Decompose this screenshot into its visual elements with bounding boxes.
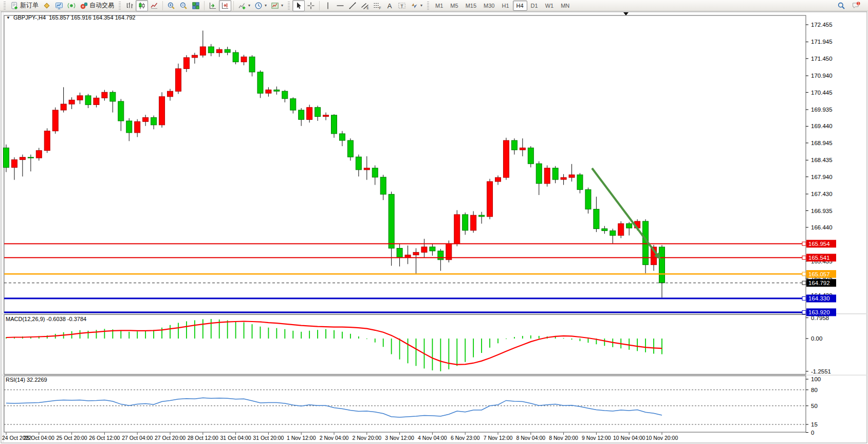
- timeframe-d1[interactable]: D1: [527, 1, 542, 11]
- autotrading-button-label: 自动交易: [89, 1, 114, 10]
- new-order-button[interactable]: 新订单: [8, 0, 41, 11]
- text-icon: A: [385, 2, 394, 10]
- signals-icon: [67, 2, 76, 10]
- profile-icon: [43, 2, 51, 10]
- timeframe-w1[interactable]: W1: [542, 1, 558, 11]
- vertical-line-button[interactable]: [322, 0, 334, 11]
- crosshair-button[interactable]: [305, 0, 317, 11]
- hline-icon: [336, 2, 344, 10]
- charts-button[interactable]: [53, 0, 65, 11]
- chart-canvas[interactable]: 172.455171.945171.450170.940170.445169.9…: [0, 11, 868, 444]
- toolbar-separator: [204, 1, 205, 10]
- bar-chart-icon: [125, 2, 134, 10]
- zoom-out-button[interactable]: [177, 0, 190, 11]
- arrows-icon: [410, 2, 418, 10]
- trendline-button[interactable]: [346, 0, 359, 11]
- svg-text:6 Nov 23:00: 6 Nov 23:00: [451, 435, 480, 441]
- svg-text:25 Oct 04:00: 25 Oct 04:00: [24, 435, 54, 441]
- cursor-icon: [294, 2, 303, 10]
- svg-text:0.00: 0.00: [811, 335, 822, 342]
- toolbar-separator: [4, 2, 6, 10]
- timeframe-mn[interactable]: MN: [557, 1, 573, 11]
- candlestick-chart-button[interactable]: [136, 0, 148, 11]
- chat-icon: 1: [852, 2, 861, 10]
- svg-text:170.940: 170.940: [811, 73, 833, 79]
- svg-text:168.435: 168.435: [811, 157, 833, 163]
- svg-text:F: F: [379, 6, 381, 10]
- text-label-button[interactable]: T: [396, 0, 408, 11]
- cursor-button[interactable]: [292, 0, 305, 11]
- svg-text:31 Oct 04:00: 31 Oct 04:00: [220, 435, 251, 441]
- svg-text:15: 15: [811, 421, 818, 428]
- svg-text:167.940: 167.940: [811, 174, 833, 180]
- chart-title: ▼ GBPJPY-,H4 165.857 165.916 164.354 164…: [6, 14, 135, 21]
- support-line-blue-1-price-badge: 164.330: [802, 295, 836, 303]
- chart-window-frame: [1, 12, 867, 443]
- svg-text:1 Nov 12:00: 1 Nov 12:00: [287, 435, 316, 441]
- svg-text:168.945: 168.945: [811, 140, 833, 146]
- svg-text:165.541: 165.541: [808, 255, 830, 261]
- line-chart-button[interactable]: [148, 0, 160, 11]
- timeframe-m5[interactable]: M5: [447, 1, 461, 11]
- chart-dropdown-icon[interactable]: ▼: [6, 15, 10, 20]
- chart-window[interactable]: ▼ GBPJPY-,H4 165.857 165.916 164.354 164…: [0, 11, 868, 444]
- text-button[interactable]: A: [383, 0, 396, 11]
- timeframe-h4[interactable]: H4: [513, 1, 527, 11]
- svg-text:2 Nov 20:00: 2 Nov 20:00: [352, 435, 381, 441]
- tile-windows-button[interactable]: [190, 0, 202, 11]
- chevron-down-icon: ▾: [248, 4, 250, 8]
- resistance-line-2-price-badge: 165.541: [802, 254, 836, 261]
- search-button[interactable]: [835, 0, 847, 11]
- svg-text:166.935: 166.935: [811, 208, 833, 214]
- arrows-button[interactable]: ▾: [408, 0, 424, 11]
- toolbar-separator: [427, 2, 429, 10]
- auto-scroll-button[interactable]: [207, 0, 219, 11]
- new-order-icon: [10, 2, 19, 10]
- auto-scroll-icon: [209, 2, 217, 10]
- chart-shift-button[interactable]: [219, 0, 231, 11]
- toolbar-right: 1: [835, 0, 867, 11]
- panel-splitter[interactable]: [1, 313, 867, 314]
- vline-icon: [324, 2, 332, 10]
- svg-text:172.455: 172.455: [811, 22, 833, 28]
- autotrading-button[interactable]: 自动交易: [78, 0, 116, 11]
- panel-splitter[interactable]: [1, 375, 867, 376]
- notifications-button[interactable]: 1: [849, 0, 863, 11]
- svg-text:T: T: [400, 3, 403, 8]
- toolbar-separator: [233, 1, 234, 10]
- timeframe-m1[interactable]: M1: [432, 1, 447, 11]
- support-line-blue-2-price-badge: 163.920: [802, 308, 836, 316]
- horizontal-line-button[interactable]: [334, 0, 346, 11]
- toolbar-separator: [119, 2, 121, 10]
- templates-icon: [271, 2, 279, 10]
- zoom-out-icon: [179, 2, 188, 10]
- svg-text:100: 100: [811, 376, 821, 382]
- timeframe-h1[interactable]: H1: [498, 1, 512, 11]
- svg-text:-1.2551: -1.2551: [811, 368, 831, 375]
- resistance-line-1-price-badge: 165.954: [802, 240, 836, 247]
- support-line-orange-price-badge: 165.057: [802, 270, 836, 278]
- signals-button[interactable]: [65, 0, 78, 11]
- zoom-in-button[interactable]: [165, 0, 177, 11]
- svg-text:171.945: 171.945: [811, 39, 833, 45]
- chevron-down-icon: ▾: [420, 4, 422, 8]
- periods-button[interactable]: ▾: [252, 0, 269, 11]
- svg-text:27 Oct 20:00: 27 Oct 20:00: [155, 435, 186, 441]
- equidistant-channel-button[interactable]: E: [359, 0, 371, 11]
- profiles-button[interactable]: [41, 0, 53, 11]
- timeframe-m30[interactable]: M30: [480, 1, 498, 11]
- indicators-button[interactable]: ▾: [236, 0, 252, 11]
- bar-chart-button[interactable]: [123, 0, 136, 11]
- periods-icon: [254, 2, 263, 10]
- fibonacci-button[interactable]: F: [371, 0, 383, 11]
- new-order-button-label: 新订单: [20, 1, 39, 10]
- svg-text:8 Nov 04:00: 8 Nov 04:00: [516, 435, 545, 441]
- svg-text:0: 0: [811, 430, 814, 436]
- timeframe-m15[interactable]: M15: [462, 1, 480, 11]
- svg-text:A: A: [387, 2, 392, 9]
- svg-text:9 Nov 12:00: 9 Nov 12:00: [582, 435, 611, 441]
- svg-text:2 Nov 04:00: 2 Nov 04:00: [320, 435, 349, 441]
- templates-button[interactable]: ▾: [269, 0, 285, 11]
- line-chart-icon: [150, 2, 158, 10]
- toolbar: 新订单自动交易▾▾▾EFAT▾M1M5M15M30H1H4D1W1MN1: [0, 0, 868, 11]
